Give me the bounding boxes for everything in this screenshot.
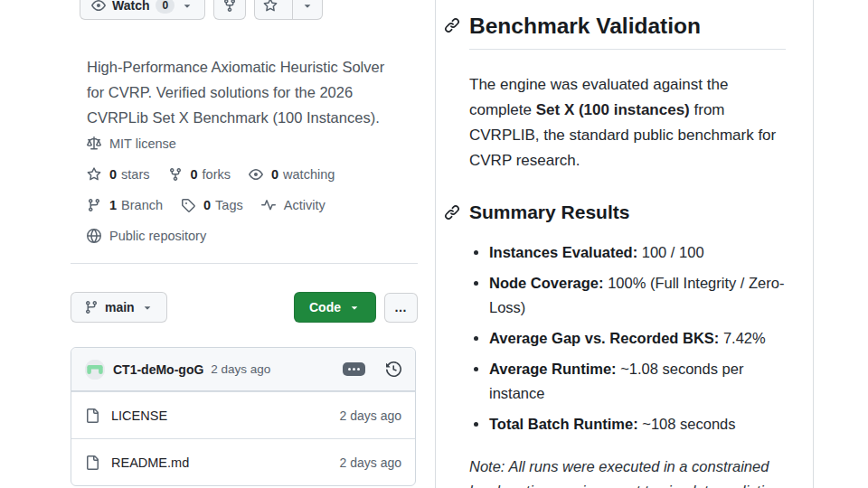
watching-link[interactable]: 0 watching [249,167,335,182]
eye-icon [91,0,106,13]
file-row-license[interactable]: LICENSE 2 days ago [71,391,415,438]
visibility-row: Public repository [87,225,412,247]
branch-label: Branch [121,198,163,212]
tags-link[interactable]: 0 Tags [181,198,243,212]
readme-note: Note: All runs were executed in a constr… [469,455,786,488]
branch-toolbar: main Code … [71,292,418,323]
forks-count: 0 [191,167,198,182]
file-icon [85,455,99,470]
file-browser: CT1-deMo-goG 2 days ago LICENSE 2 days a… [71,347,416,486]
paragraph-bold-text: Set X (100 instances) [536,101,690,118]
list-item: Instances Evaluated: 100 / 100 [489,240,786,265]
tags-count: 0 [203,198,211,212]
link-chain-icon[interactable] [444,17,460,33]
readme-heading-benchmark-validation: Benchmark Validation [469,12,786,50]
chevron-down-icon [348,301,361,314]
bullet-label: Total Batch Runtime: [489,416,638,432]
star-button[interactable] [255,0,286,19]
code-button-label: Code [309,300,341,314]
repo-meta-list: MIT license 0 stars 0 forks [87,133,412,256]
file-name[interactable]: LICENSE [111,408,167,423]
stars-count: 0 [109,167,117,182]
list-item: Average Gap vs. Recorded BKS: 7.42% [489,326,786,351]
star-icon [263,0,278,13]
latest-commit-bar: CT1-deMo-goG 2 days ago [71,348,415,391]
heading-text: Summary Results [469,202,629,222]
list-item: Node Coverage: 100% (Full Integrity / Ze… [489,271,786,320]
star-split-button [254,0,323,20]
bullet-label: Average Gap vs. Recorded BKS: [489,330,719,346]
bullet-value: 100 / 100 [642,244,704,260]
repo-fork-icon [168,167,183,182]
readme-heading-summary-results: Summary Results [469,201,786,224]
ellipsis-icon: … [394,300,408,314]
bullet-value: 7.42% [723,330,766,346]
repo-sidebar: Watch 0 High-Performance Axio [71,0,418,488]
branches-link[interactable]: 1 Branch [87,198,163,212]
tags-label: Tags [215,198,243,212]
stars-label: stars [121,167,149,182]
activity-link[interactable]: Activity [261,198,326,212]
commit-time: 2 days ago [211,362,270,376]
git-branch-icon [87,198,101,212]
sidebar-divider [71,263,418,264]
avatar[interactable] [85,360,105,380]
link-chain-icon[interactable] [444,204,460,221]
code-button[interactable]: Code [294,292,376,323]
forks-label: forks [203,167,231,182]
law-scales-icon [87,136,101,151]
readme-panel: Benchmark Validation The engine was eval… [435,0,814,488]
star-icon [87,167,101,182]
forks-link[interactable]: 0 forks [168,167,231,182]
repo-stats-row: 0 stars 0 forks 0 watching [87,164,412,185]
watching-label: watching [283,167,335,182]
file-name[interactable]: README.md [111,455,189,470]
bullet-label: Instances Evaluated: [489,244,637,260]
watch-label: Watch [112,0,149,13]
watching-count: 0 [271,167,278,182]
license-label: MIT license [109,136,176,151]
readme-paragraph: The engine was evaluated against the com… [469,72,786,174]
summary-results-list: Instances Evaluated: 100 / 100 Node Cove… [469,240,786,436]
file-icon [85,408,99,423]
more-options-button[interactable]: … [384,293,418,323]
bullet-value: ~108 seconds [642,416,735,432]
file-row-readme[interactable]: README.md 2 days ago [71,438,415,485]
watch-count-badge: 0 [156,0,175,14]
chevron-down-icon [301,0,314,12]
tag-icon [181,198,195,212]
repo-description: High-Performance Axiomatic Heuristic Sol… [87,54,405,130]
history-icon[interactable] [386,361,401,377]
file-commit-time[interactable]: 2 days ago [340,455,402,470]
visibility-label: Public repository [109,229,206,243]
watch-button[interactable]: Watch 0 [80,0,205,20]
branch-count: 1 [109,198,117,212]
list-item: Average Runtime: ~1.08 seconds per insta… [489,357,786,406]
eye-icon [249,167,263,182]
branch-name: main [105,300,135,314]
bullet-label: Average Runtime: [489,361,617,377]
bullet-label: Node Coverage: [489,275,604,291]
license-link[interactable]: MIT license [87,133,412,155]
repo-action-bar: Watch 0 [80,0,323,20]
star-dropdown-button[interactable] [292,0,322,19]
branch-selector-button[interactable]: main [71,292,167,323]
repo-nav-row: 1 Branch 0 Tags Activity [87,194,412,216]
commit-author-link[interactable]: CT1-deMo-goG [113,362,203,377]
chevron-down-icon [141,301,154,314]
pulse-icon [261,198,276,212]
repo-fork-icon [222,0,237,13]
fork-button[interactable] [213,0,246,20]
list-item: Total Batch Runtime: ~108 seconds [489,412,786,436]
git-branch-icon [84,300,99,314]
stars-link[interactable]: 0 stars [87,167,150,182]
file-commit-time[interactable]: 2 days ago [340,408,402,423]
chevron-down-icon [181,0,193,12]
globe-icon [87,229,101,243]
commit-message-ellipsis-icon[interactable] [343,362,365,376]
activity-label: Activity [284,198,326,212]
heading-text: Benchmark Validation [469,14,701,38]
